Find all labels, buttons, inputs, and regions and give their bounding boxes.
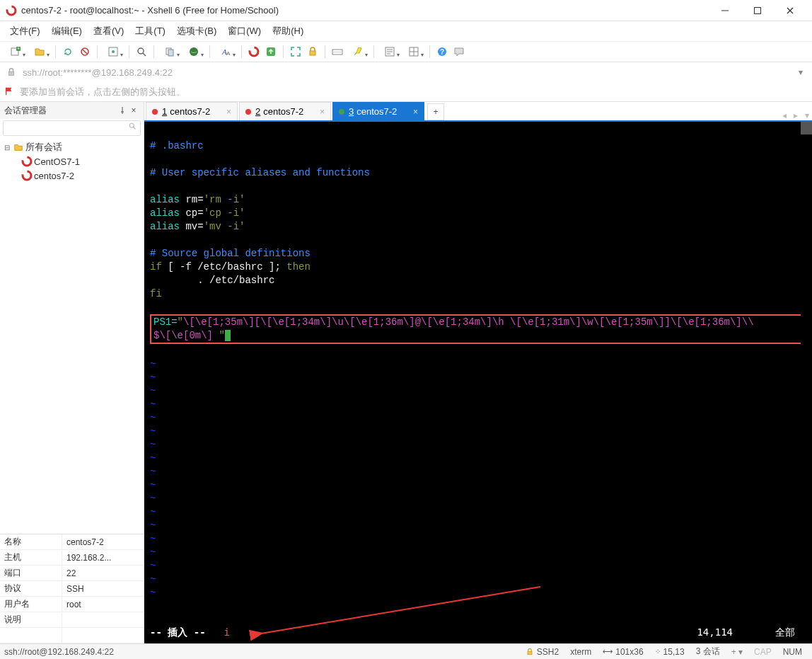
prop-row: 协议SSH [0, 581, 144, 597]
tab-label: centos7-2 [263, 106, 315, 117]
toolbar-separator [373, 45, 374, 58]
address-url[interactable]: ssh://root:********@192.168.249.4:22 [18, 67, 794, 78]
pin-icon[interactable] [117, 105, 128, 116]
tree-item[interactable]: CentOS7-1 [1, 154, 142, 168]
tab-add-button[interactable]: + [427, 103, 444, 120]
vim-cursor-pos: 14,114 [697, 626, 733, 639]
svg-rect-15 [168, 50, 173, 56]
menu-file[interactable]: 文件(F) [4, 23, 46, 39]
svg-rect-21 [310, 51, 315, 55]
new-session-button[interactable]: + [4, 44, 27, 59]
open-button[interactable] [28, 44, 51, 59]
terminal[interactable]: # .bashrc # User specific aliases and fu… [144, 122, 812, 643]
scrollbar-thumb[interactable] [801, 122, 812, 134]
prop-key: 名称 [0, 534, 62, 549]
tree-item[interactable]: centos7-2 [1, 168, 142, 183]
session-icon [21, 170, 33, 181]
address-dropdown[interactable]: ▾ [794, 67, 808, 77]
tab-close-icon[interactable]: × [413, 107, 418, 117]
prop-val: 192.168.2... [62, 550, 144, 565]
minimize-button[interactable] [709, 0, 741, 21]
properties-button[interactable] [102, 44, 124, 59]
prop-val: SSH [62, 581, 144, 596]
tab-close-icon[interactable]: × [226, 107, 231, 117]
vim-mode: -- 插入 -- [150, 626, 206, 639]
xftp-icon[interactable] [263, 44, 279, 59]
disconnect-button[interactable] [77, 44, 93, 59]
panel-close-icon[interactable]: × [128, 105, 139, 116]
maximize-button[interactable] [741, 0, 774, 21]
vim-tilde: ~ [150, 385, 156, 396]
menu-window[interactable]: 窗口(W) [222, 23, 267, 39]
status-dot-icon [339, 109, 344, 115]
feedback-button[interactable] [451, 44, 467, 59]
tab-label: centos7-2 [356, 106, 409, 117]
session-tab-active[interactable]: 3centos7-2× [332, 102, 424, 120]
xshell-icon[interactable] [246, 44, 262, 59]
hintbar: 要添加当前会话，点击左侧的箭头按钮。 [0, 82, 812, 102]
tab-list-icon[interactable]: ▾ [802, 110, 812, 120]
highlight-button[interactable] [347, 44, 369, 59]
svg-point-16 [190, 47, 198, 56]
prop-row: 端口22 [0, 566, 144, 581]
window-titlebar: centos7-2 - root@localhost:~ - Xshell 6 … [0, 0, 812, 21]
tab-close-icon[interactable]: × [320, 107, 325, 117]
close-button[interactable] [774, 0, 806, 21]
keyboard-button[interactable] [330, 44, 345, 59]
session-tree: ⊟ 所有会话 CentOS7-1 centos7-2 [0, 137, 144, 534]
collapse-icon[interactable]: ⊟ [4, 144, 13, 151]
prop-key: 用户名 [0, 597, 62, 612]
toolbar-separator [325, 45, 325, 58]
status-ssh: SSH2 [520, 647, 564, 657]
script-button[interactable] [378, 44, 401, 59]
copy-button[interactable] [158, 44, 181, 59]
paste-button[interactable] [182, 44, 205, 59]
reconnect-button[interactable] [60, 44, 76, 59]
session-search [0, 119, 144, 137]
layout-button[interactable] [402, 44, 425, 59]
prop-row: 名称centos7-2 [0, 534, 144, 550]
fullscreen-button[interactable] [288, 44, 303, 59]
term-text: cp= [180, 207, 204, 219]
vim-tilde: ~ [150, 520, 156, 531]
vim-tilde: ~ [150, 560, 156, 571]
tab-next-icon[interactable]: ▸ [791, 110, 801, 120]
main-body: 会话管理器 × ⊟ 所有会话 CentOS7-1 centos7-2 名 [0, 102, 812, 643]
lock-button[interactable] [305, 44, 320, 59]
session-tab[interactable]: 2centos7-2× [239, 102, 331, 120]
session-search-input[interactable] [3, 120, 141, 136]
help-button[interactable]: ? [434, 44, 450, 59]
menu-tabs[interactable]: 选项卡(B) [171, 23, 222, 39]
term-kw: if [150, 261, 162, 273]
status-size: ⟷ 101x36 [597, 647, 649, 657]
font-button[interactable]: AA [214, 44, 237, 59]
tab-prev-icon[interactable]: ◂ [779, 110, 789, 120]
menu-edit[interactable]: 编辑(E) [46, 23, 88, 39]
menu-tools[interactable]: 工具(T) [129, 23, 171, 39]
session-manager-panel: 会话管理器 × ⊟ 所有会话 CentOS7-1 centos7-2 名 [0, 102, 144, 643]
session-tab[interactable]: 1centos7-2× [146, 102, 238, 120]
svg-line-9 [83, 50, 87, 54]
session-icon [21, 156, 33, 167]
menu-help[interactable]: 帮助(H) [267, 23, 309, 39]
menu-view[interactable]: 查看(V) [88, 23, 129, 39]
vim-tilde: ~ [150, 506, 156, 517]
svg-point-11 [112, 50, 115, 53]
prop-key: 端口 [0, 566, 62, 580]
prop-val: root [62, 597, 144, 612]
highlight-box: PS1="\[\e[1;35m\][\[\e[1;34m\]\u\[\e[1;3… [150, 314, 806, 344]
vim-tilde: ~ [150, 479, 156, 491]
status-plus[interactable]: + ▾ [726, 647, 748, 657]
search-button[interactable] [134, 44, 149, 59]
vim-tilde: ~ [150, 358, 156, 369]
status-cursor: ⁘ 15,13 [649, 647, 690, 657]
menubar: 文件(F) 编辑(E) 查看(V) 工具(T) 选项卡(B) 窗口(W) 帮助(… [0, 21, 812, 41]
tree-root[interactable]: ⊟ 所有会话 [1, 140, 142, 154]
folder-icon [13, 142, 24, 153]
session-tabs: 1centos7-2× 2centos7-2× 3centos7-2× + ◂ … [144, 102, 812, 122]
session-manager-header: 会话管理器 × [0, 102, 144, 119]
vim-tilde: ~ [150, 439, 156, 450]
window-title: centos7-2 - root@localhost:~ - Xshell 6 … [21, 5, 709, 16]
terminal-scrollbar[interactable] [801, 122, 812, 643]
vim-tilde: ~ [150, 372, 156, 383]
